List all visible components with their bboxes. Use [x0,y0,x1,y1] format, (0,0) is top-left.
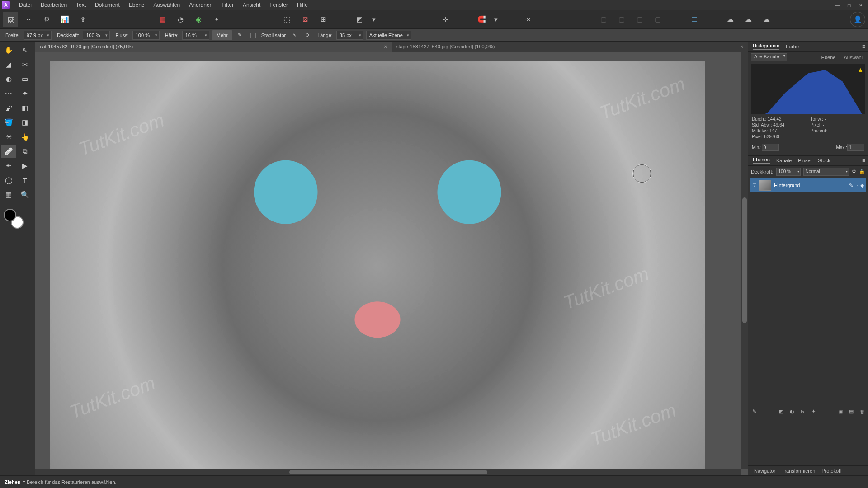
marquee-dashed-icon[interactable]: ⬚ [279,12,295,27]
arrange-icon[interactable]: ☰ [686,12,702,27]
panel-menu-icon[interactable]: ≡ [862,43,865,50]
stock-b-icon[interactable]: ☁ [741,12,756,27]
healing-source-icon[interactable]: ▦ [155,12,170,27]
quickmask-dropdown-icon[interactable]: ▾ [370,12,378,27]
add-layer-icon[interactable]: ▤ [847,408,855,416]
rope-icon[interactable]: ∿ [289,30,299,40]
fill-tool-icon[interactable]: 🪣 [1,116,16,129]
gear-icon[interactable]: ⚙ [852,169,856,174]
fx-icon[interactable]: ◆ [860,183,864,188]
target-layer-select[interactable]: Aktuelle Ebene [366,31,411,40]
snap-dropdown-icon[interactable]: ▾ [492,12,500,27]
align-d-icon[interactable]: ▢ [650,12,665,27]
stock-a-icon[interactable]: ☁ [722,12,738,27]
channel-select[interactable]: Alle Kanäle [751,53,787,61]
color-swatches[interactable] [1,206,33,229]
menu-hilfe[interactable]: Hilfe [292,0,312,10]
paint-brush-icon[interactable]: 🖌 [1,101,16,115]
align-c-icon[interactable]: ▢ [632,12,647,27]
brush-preview-icon[interactable]: ◔ [173,12,188,27]
erase-tool-icon[interactable]: ◧ [17,101,33,115]
marquee-x-icon[interactable]: ⊠ [297,12,313,27]
persona-export-icon[interactable]: ⇪ [75,12,90,27]
menu-fenster[interactable]: Fenster [265,0,292,10]
maximize-icon[interactable]: ◻ [844,1,854,9]
dodge-tool-icon[interactable]: ☀ [1,130,16,144]
menu-dokument[interactable]: Dokument [90,0,124,10]
mask-icon[interactable]: ◩ [777,408,785,416]
menu-filter[interactable]: Filter [217,0,238,10]
adjust-icon[interactable]: ◐ [788,408,796,416]
width-field[interactable]: 97,9 px [24,31,52,40]
gradient-tool-icon[interactable]: ◨ [17,116,33,129]
menu-ebene[interactable]: Ebene [124,0,149,10]
group-icon[interactable]: ▣ [836,408,844,416]
flow-field[interactable]: 100 % [132,31,160,40]
zoom-tool-icon[interactable]: 🔍 [17,188,33,202]
shape-tool-icon[interactable]: ◯ [1,174,16,187]
persona-liquify-icon[interactable]: 〰 [21,12,36,27]
hardness-field[interactable]: 16 % [182,31,209,40]
tab-stage[interactable]: stage-1531427_640.jpg [Geändert] (100,0%… [392,42,748,52]
layer-row-background[interactable]: ☑ Hintergrund ✎ ▫ ◆ [750,178,866,192]
menu-ansicht[interactable]: Ansicht [238,0,265,10]
auto-icon[interactable]: ✦ [209,12,224,27]
tab-histogramm[interactable]: Histogramm [753,43,779,50]
tab-close-icon[interactable]: × [384,42,387,52]
canvas-area[interactable]: TutKit.com TutKit.com TutKit.com TutKit.… [35,52,748,475]
opacity-field[interactable]: 100 % [83,31,110,40]
edit-all-icon[interactable]: ✎ [750,408,758,416]
persona-develop-icon[interactable]: ⚙ [39,12,54,27]
account-icon[interactable]: 👤 [850,12,865,27]
delete-layer-icon[interactable]: 🗑 [858,408,866,416]
tab-pinsel[interactable]: Pinsel [798,158,811,163]
menu-bearbeiten[interactable]: Bearbeiten [36,0,71,10]
min-input[interactable] [762,144,779,151]
flood-select-icon[interactable]: ✦ [17,87,33,100]
visibility-icon[interactable]: ☑ [752,183,757,188]
lasso-tool-icon[interactable]: 〰 [1,87,16,100]
clone-tool-icon[interactable]: ⧉ [17,145,33,158]
window-icon[interactable]: ⊙ [302,30,312,40]
length-field[interactable]: 35 px [336,31,363,40]
horizontal-scrollbar[interactable] [35,469,741,475]
text-tool-icon[interactable]: T [17,174,33,187]
quickmask-icon[interactable]: ◩ [352,12,367,27]
link-icon[interactable]: ▫ [856,183,858,188]
layer-opacity-field[interactable]: 100 % [776,168,801,176]
snap-icon[interactable]: 🧲 [474,12,489,27]
stock-c-icon[interactable]: ☁ [759,12,774,27]
menu-text[interactable]: Text [71,0,90,10]
blend-mode-select[interactable]: Normal [803,168,849,176]
tab-close-icon[interactable]: × [741,42,743,52]
tab-navigator[interactable]: Navigator [754,468,775,474]
tab-protokoll[interactable]: Protokoll [821,468,841,474]
align-b-icon[interactable]: ▢ [614,12,629,27]
color-wheel-icon[interactable]: ◉ [191,12,206,27]
vertical-scrollbar[interactable] [741,52,748,469]
tab-ebenen[interactable]: Ebenen [753,157,770,164]
fx-add-icon[interactable]: fx [799,408,807,416]
tab-transformieren[interactable]: Transformieren [782,468,815,474]
smudge-tool-icon[interactable]: 👆 [17,130,33,144]
node-tool-icon[interactable]: ▶ [17,159,33,173]
hand-tool-icon[interactable]: ✋ [1,43,16,57]
lock-icon[interactable]: 🔒 [859,169,865,174]
color-picker-tool-icon[interactable]: ◢ [1,58,16,71]
tab-kanaele[interactable]: Kanäle [776,158,792,163]
healing-brush-icon[interactable]: 🩹 [1,145,16,158]
assistant-icon[interactable]: 👁 [521,12,536,27]
minimize-icon[interactable]: — [832,1,843,9]
edit-icon[interactable]: ✎ [849,183,853,188]
hist-auswahl-button[interactable]: Auswahl [841,54,865,61]
hist-ebene-button[interactable]: Ebene [819,54,839,61]
menu-anordnen[interactable]: Anordnen [184,0,217,10]
marquee-tool-icon[interactable]: ▭ [17,72,33,86]
mesh-tool-icon[interactable]: ▦ [1,188,16,202]
marquee-add-icon[interactable]: ⊞ [316,12,331,27]
selection-brush-icon[interactable]: ◐ [1,72,16,86]
stabilizer-checkbox[interactable] [250,33,256,38]
tab-cat[interactable]: cat-1045782_1920.jpg [Geändert] (75,0%) … [35,42,392,52]
panel-menu-icon[interactable]: ≡ [862,157,865,164]
close-icon[interactable]: ✕ [855,1,866,9]
